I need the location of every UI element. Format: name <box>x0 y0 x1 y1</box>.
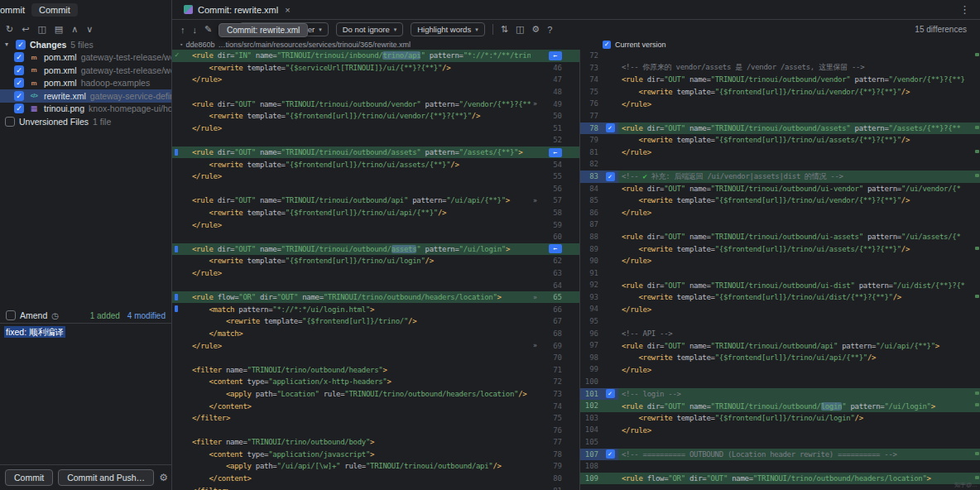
whitespace-dropdown[interactable]: Do not ignore ▾ <box>336 22 404 36</box>
file-checkbox[interactable]: ✓ <box>14 52 24 62</box>
close-icon[interactable]: × <box>285 5 290 15</box>
jump-to-source-icon[interactable]: ✎ <box>204 24 212 35</box>
diff-line-left: <rule flow="OR" dir="OUT" name="TRINOUI/… <box>172 291 579 304</box>
refresh-icon[interactable]: ↻ <box>6 24 13 35</box>
line-number: 72 <box>580 50 602 62</box>
change-map-mark[interactable] <box>975 476 979 479</box>
tab-tooltip: Commit: rewrite.xml <box>219 23 308 37</box>
hunk-chevron-icon: » <box>531 342 540 349</box>
changes-group-row[interactable]: ▾ ✓ Changes 5 files <box>0 38 171 51</box>
line-number: 105 <box>580 436 602 449</box>
change-map-mark[interactable] <box>975 392 979 395</box>
change-map-mark[interactable] <box>975 403 979 406</box>
include-change-checkbox[interactable]: ✓ <box>606 123 615 132</box>
line-number: ← <box>540 244 564 253</box>
code-text: <rule dir="OUT" name="TRINOUI/trinoui/ou… <box>618 233 980 241</box>
rollback-icon[interactable]: ↩ <box>22 24 29 35</box>
changes-group-checkbox[interactable]: ✓ <box>16 40 26 50</box>
group-by-icon[interactable]: ▤ <box>55 24 63 35</box>
code-text: <rule dir="IN" name="TRINOUI/trinoui/inb… <box>189 51 531 60</box>
line-number: 92 <box>580 279 602 291</box>
line-number: 104 <box>580 424 602 436</box>
chevron-down-icon: ▾ <box>394 26 397 33</box>
apply-change-icon[interactable]: ← <box>549 148 562 157</box>
apply-change-icon[interactable]: ← <box>549 51 562 60</box>
file-checkbox[interactable]: ✓ <box>14 91 24 101</box>
highlight-mode-dropdown[interactable]: Highlight words ▾ <box>411 22 484 36</box>
change-map-mark[interactable] <box>975 452 979 455</box>
change-map-mark[interactable] <box>975 53 979 56</box>
change-checkbox-gutter <box>602 363 618 376</box>
change-map-mark[interactable] <box>975 126 979 129</box>
diff-view-icon[interactable]: ◫ <box>37 24 46 35</box>
commit-and-push-button[interactable]: Commit and Push… <box>58 469 154 486</box>
settings-gear-icon[interactable]: ⚙ <box>531 24 540 35</box>
file-row[interactable]: ✓ m pom.xml hadoop-examples <box>0 77 171 90</box>
diff-line-left: <filter name="TRINOUI/trino/outbound/bod… <box>172 436 579 449</box>
file-breadcrumb-path[interactable]: …tions/src/main/resources/services/trino… <box>219 41 411 49</box>
chevron-down-icon[interactable]: ▾ <box>5 41 12 48</box>
commit-tab[interactable]: Commit <box>31 3 78 17</box>
previous-change-icon[interactable]: ↑ <box>180 25 185 35</box>
line-number: 100 <box>580 376 602 388</box>
line-number: 72 <box>540 377 564 386</box>
change-marker-gutter <box>172 449 189 461</box>
diff-line-right: 91 <box>580 267 980 280</box>
diff-map-stripe[interactable] <box>974 50 980 490</box>
next-change-icon[interactable]: ↓ <box>193 25 198 35</box>
include-change-checkbox[interactable]: ✓ <box>606 172 615 181</box>
amend-checkbox[interactable] <box>6 310 16 320</box>
diff-pane-left[interactable]: ✓<rule dir="IN" name="TRINOUI/trinoui/in… <box>172 50 579 490</box>
file-checkbox[interactable]: ✓ <box>14 65 24 75</box>
revision-hash[interactable]: dde860b <box>185 41 214 49</box>
change-map-mark[interactable] <box>975 150 979 153</box>
expand-all-icon[interactable]: ∧ <box>71 24 78 35</box>
file-row[interactable]: ✓ m pom.xml gateway-test-release/webhdfs <box>0 51 171 65</box>
commit-button[interactable]: Commit <box>5 469 53 486</box>
change-marker-gutter <box>172 279 189 291</box>
tab-commit-rewrite-xml[interactable]: Commit: rewrite.xml × <box>179 0 295 19</box>
commit-message-editor[interactable]: fixed: 顺利编译 <box>0 323 171 465</box>
current-version-checkbox[interactable]: ✓ <box>603 41 611 49</box>
history-clock-icon[interactable]: ◷ <box>51 311 59 320</box>
line-number: 75 <box>580 86 602 98</box>
change-map-mark[interactable] <box>975 295 979 298</box>
file-row-selected[interactable]: ✓ </> rewrite.xml gateway-service-defini… <box>0 89 171 103</box>
diff-line-left: </rule>47 <box>172 74 579 86</box>
unversioned-files-row[interactable]: Unversioned Files 1 file <box>0 115 171 128</box>
file-checkbox[interactable]: ✓ <box>14 103 24 113</box>
maven-icon: m <box>28 54 40 61</box>
help-icon[interactable]: ? <box>547 25 552 35</box>
app-window: ommit Commit ↻ ↩ ◫ ▤ ∧ ∨ ▾ ✓ Changes 5 f… <box>0 0 980 490</box>
file-row[interactable]: ✓ ▦ trinoui.png knox-homepage-ui/home/as <box>0 103 171 116</box>
diff-line-left: <rewrite template="{$serviceUrl[TRINOUI]… <box>172 62 579 74</box>
change-map-mark[interactable] <box>975 247 979 250</box>
collapse-all-icon[interactable]: ∨ <box>86 24 93 35</box>
file-name: pom.xml <box>44 65 77 75</box>
changes-count: 5 files <box>70 40 93 50</box>
line-number: 47 <box>540 75 564 84</box>
change-checkbox-gutter <box>602 158 618 171</box>
gear-icon[interactable]: ⚙ <box>159 472 171 483</box>
swap-sides-icon[interactable]: ⇅ <box>501 24 508 35</box>
change-marker-gutter <box>172 291 189 304</box>
maven-icon: m <box>28 66 40 74</box>
hunk-chevron-icon: » <box>531 100 540 108</box>
collapse-unchanged-icon[interactable]: ◫ <box>516 24 524 35</box>
include-change-checkbox[interactable]: ✓ <box>606 389 615 398</box>
line-number: 85 <box>580 195 602 207</box>
unversioned-checkbox[interactable] <box>5 117 15 127</box>
include-change-checkbox[interactable]: ✓ <box>606 449 615 459</box>
apply-change-icon[interactable]: ← <box>549 244 562 253</box>
change-marker-gutter <box>172 62 189 74</box>
diff-pane-right[interactable]: 7273<!-- 你原来的 vendor/assets 是 /vendor /a… <box>579 50 980 490</box>
change-marker-gutter <box>172 86 189 98</box>
line-number: 66 <box>540 305 564 314</box>
change-checkbox-gutter <box>602 255 618 267</box>
more-options-icon[interactable]: ⋮ <box>959 3 973 16</box>
changes-tree: ▾ ✓ Changes 5 files ✓ m pom.xml gateway-… <box>0 38 171 128</box>
code-text: </rule> <box>189 172 531 180</box>
file-row[interactable]: ✓ m pom.xml gateway-test-release/webhdfs <box>0 64 171 77</box>
file-checkbox[interactable]: ✓ <box>14 78 24 88</box>
change-map-mark[interactable] <box>975 174 979 177</box>
